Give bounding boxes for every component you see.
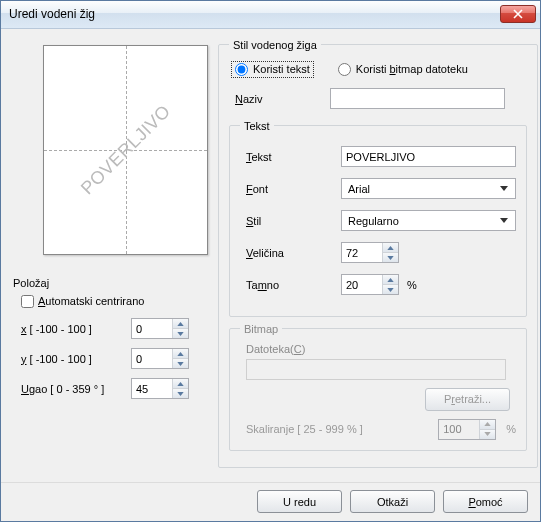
size-spin-down[interactable] bbox=[383, 253, 398, 262]
shade-input[interactable] bbox=[342, 275, 382, 294]
radio-use-bitmap-input[interactable] bbox=[338, 63, 351, 76]
chevron-down-icon bbox=[496, 180, 511, 197]
browse-button: Pretraži... bbox=[425, 388, 510, 411]
window-title: Uredi vodeni žig bbox=[9, 7, 500, 21]
y-spin-up[interactable] bbox=[173, 349, 188, 359]
dialog-window: Uredi vodeni žig POVERLJIVO Položaj Auto… bbox=[0, 0, 541, 522]
angle-input[interactable] bbox=[132, 379, 172, 398]
close-icon bbox=[513, 9, 523, 19]
help-button[interactable]: Pomoć bbox=[443, 490, 528, 513]
bitmap-group: Bitmap Datoteka(C) Pretraži... Skaliranj… bbox=[229, 323, 527, 451]
scale-input bbox=[439, 420, 479, 439]
radio-use-bitmap[interactable]: Koristi bitmap datoteku bbox=[338, 63, 468, 76]
auto-center-checkbox[interactable] bbox=[21, 295, 34, 308]
size-label: Veličina bbox=[246, 247, 341, 259]
size-input[interactable] bbox=[342, 243, 382, 262]
name-label: Naziv bbox=[235, 93, 330, 105]
angle-spin-down[interactable] bbox=[173, 389, 188, 398]
text-group: Tekst Tekst Font Arial bbox=[229, 120, 527, 317]
radio-use-text-label: Koristi tekst bbox=[253, 63, 310, 75]
scale-spin-down bbox=[480, 430, 495, 439]
radio-use-text-input[interactable] bbox=[235, 63, 248, 76]
text-legend: Tekst bbox=[240, 120, 274, 132]
x-spin-down[interactable] bbox=[173, 329, 188, 338]
file-path-box bbox=[246, 359, 506, 380]
angle-spin-up[interactable] bbox=[173, 379, 188, 389]
x-input[interactable] bbox=[132, 319, 172, 338]
auto-center-label: Automatski centrirano bbox=[38, 295, 144, 307]
name-input[interactable] bbox=[330, 88, 505, 109]
titlebar: Uredi vodeni žig bbox=[1, 1, 540, 29]
scale-spinner bbox=[438, 419, 496, 440]
bitmap-legend: Bitmap bbox=[240, 323, 282, 335]
angle-label: Ugao [ 0 - 359 ° ] bbox=[21, 383, 131, 395]
text-label: Tekst bbox=[246, 151, 341, 163]
shade-spin-up[interactable] bbox=[383, 275, 398, 285]
style-select[interactable]: Regularno bbox=[341, 210, 516, 231]
size-spin-up[interactable] bbox=[383, 243, 398, 253]
radio-use-text[interactable]: Koristi tekst bbox=[231, 61, 314, 78]
shade-unit: % bbox=[407, 279, 417, 291]
size-spinner[interactable] bbox=[341, 242, 399, 263]
x-spinner[interactable] bbox=[131, 318, 189, 339]
shade-label: Tamno bbox=[246, 279, 341, 291]
style-value: Regularno bbox=[348, 215, 399, 227]
x-label: x [ -100 - 100 ] bbox=[21, 323, 131, 335]
y-spin-down[interactable] bbox=[173, 359, 188, 368]
angle-spinner[interactable] bbox=[131, 378, 189, 399]
style-label: Stil bbox=[246, 215, 341, 227]
scale-spin-up bbox=[480, 420, 495, 430]
file-label: Datoteka(C) bbox=[246, 343, 516, 355]
radio-use-bitmap-label: Koristi bitmap datoteku bbox=[356, 63, 468, 75]
scale-label: Skaliranje [ 25 - 999 % ] bbox=[246, 423, 363, 435]
y-label: y [ -100 - 100 ] bbox=[21, 353, 131, 365]
position-label: Položaj bbox=[13, 277, 208, 289]
font-value: Arial bbox=[348, 183, 370, 195]
y-input[interactable] bbox=[132, 349, 172, 368]
y-spinner[interactable] bbox=[131, 348, 189, 369]
chevron-down-icon bbox=[496, 212, 511, 229]
button-bar: U redu Otkaži Pomoć bbox=[1, 482, 540, 521]
dialog-content: POVERLJIVO Položaj Automatski centrirano… bbox=[1, 29, 540, 482]
text-input[interactable] bbox=[341, 146, 516, 167]
style-group: Stil vodenog žiga Koristi tekst Koristi … bbox=[218, 39, 538, 468]
x-spin-up[interactable] bbox=[173, 319, 188, 329]
style-legend: Stil vodenog žiga bbox=[229, 39, 321, 51]
watermark-preview: POVERLJIVO bbox=[43, 45, 208, 255]
font-select[interactable]: Arial bbox=[341, 178, 516, 199]
scale-unit: % bbox=[506, 423, 516, 435]
shade-spin-down[interactable] bbox=[383, 285, 398, 294]
ok-button[interactable]: U redu bbox=[257, 490, 342, 513]
font-label: Font bbox=[246, 183, 341, 195]
close-button[interactable] bbox=[500, 5, 536, 23]
cancel-button[interactable]: Otkaži bbox=[350, 490, 435, 513]
shade-spinner[interactable] bbox=[341, 274, 399, 295]
